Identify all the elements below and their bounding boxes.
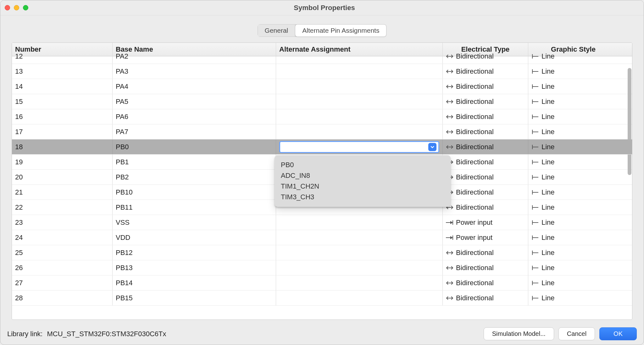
table-row[interactable]: 26PB13BidirectionalLine bbox=[12, 260, 632, 275]
ok-button[interactable]: OK bbox=[599, 327, 637, 340]
cell-number[interactable]: 24 bbox=[12, 230, 113, 245]
cell-alternate[interactable] bbox=[276, 49, 443, 64]
cell-graphic-style[interactable]: Line bbox=[528, 291, 618, 305]
close-window-button[interactable] bbox=[5, 5, 10, 10]
cell-base-name[interactable]: PB0 bbox=[113, 139, 276, 154]
cell-electrical-type[interactable]: Bidirectional bbox=[443, 291, 528, 305]
dropdown-item[interactable]: PB0 bbox=[280, 160, 445, 170]
dropdown-item[interactable]: ADC_IN8 bbox=[280, 170, 445, 181]
cell-number[interactable]: 28 bbox=[12, 291, 113, 305]
dropdown-item[interactable]: TIM3_CH3 bbox=[280, 192, 445, 202]
cell-base-name[interactable]: PB11 bbox=[113, 200, 276, 215]
table-row[interactable]: 24VDDPower inputLine bbox=[12, 230, 632, 245]
cell-base-name[interactable]: PB1 bbox=[113, 155, 276, 169]
cell-alternate[interactable] bbox=[276, 109, 443, 124]
cell-graphic-style[interactable]: Line bbox=[528, 79, 618, 94]
cell-alternate[interactable] bbox=[276, 230, 443, 245]
cell-base-name[interactable]: VDD bbox=[113, 230, 276, 245]
cell-electrical-type[interactable]: Bidirectional bbox=[443, 139, 528, 154]
cell-electrical-type[interactable]: Power input bbox=[443, 230, 528, 245]
table-row[interactable]: 14PA4BidirectionalLine bbox=[12, 79, 632, 94]
alternate-dropdown[interactable]: PB0ADC_IN8TIM1_CH2NTIM3_CH3 bbox=[275, 155, 451, 207]
tab-general[interactable]: General bbox=[258, 25, 296, 37]
alternate-combo[interactable]: PB0ADC_IN8TIM1_CH2NTIM3_CH3 bbox=[279, 141, 439, 153]
cell-number[interactable]: 27 bbox=[12, 275, 113, 290]
cell-alternate[interactable] bbox=[276, 245, 443, 260]
cell-number[interactable]: 18 bbox=[12, 139, 113, 154]
table-row[interactable]: 25PB12BidirectionalLine bbox=[12, 245, 632, 260]
cell-electrical-type[interactable]: Bidirectional bbox=[443, 94, 528, 109]
cell-number[interactable]: 26 bbox=[12, 260, 113, 275]
cell-alternate[interactable] bbox=[276, 64, 443, 79]
cell-number[interactable]: 22 bbox=[12, 200, 113, 215]
cell-base-name[interactable]: PB12 bbox=[113, 245, 276, 260]
cell-base-name[interactable]: PB13 bbox=[113, 260, 276, 275]
cell-number[interactable]: 16 bbox=[12, 109, 113, 124]
cell-graphic-style[interactable]: Line bbox=[528, 155, 618, 169]
cell-base-name[interactable]: PA4 bbox=[113, 79, 276, 94]
cell-alternate[interactable] bbox=[276, 291, 443, 305]
cell-alternate[interactable] bbox=[276, 79, 443, 94]
cell-electrical-type[interactable]: Bidirectional bbox=[443, 275, 528, 290]
cell-graphic-style[interactable]: Line bbox=[528, 230, 618, 245]
cell-electrical-type[interactable]: Bidirectional bbox=[443, 49, 528, 64]
table-row[interactable]: 18PB0PB0ADC_IN8TIM1_CH2NTIM3_CH3Bidirect… bbox=[12, 139, 632, 155]
cell-graphic-style[interactable]: Line bbox=[528, 170, 618, 184]
tab-alternate-pin-assignments[interactable]: Alternate Pin Assignments bbox=[295, 24, 386, 37]
cell-base-name[interactable]: PA7 bbox=[113, 124, 276, 139]
cell-electrical-type[interactable]: Bidirectional bbox=[443, 185, 528, 200]
cell-graphic-style[interactable]: Line bbox=[528, 109, 618, 124]
cell-electrical-type[interactable]: Bidirectional bbox=[443, 170, 528, 184]
cell-base-name[interactable]: PB15 bbox=[113, 291, 276, 305]
cell-electrical-type[interactable]: Bidirectional bbox=[443, 124, 528, 139]
cell-number[interactable]: 12 bbox=[12, 49, 113, 64]
vertical-scrollbar[interactable] bbox=[628, 68, 631, 175]
cell-base-name[interactable]: PA6 bbox=[113, 109, 276, 124]
cell-alternate[interactable] bbox=[276, 94, 443, 109]
cell-electrical-type[interactable]: Power input bbox=[443, 215, 528, 230]
table-row[interactable]: 16PA6BidirectionalLine bbox=[12, 109, 632, 124]
cell-electrical-type[interactable]: Bidirectional bbox=[443, 155, 528, 169]
cell-number[interactable]: 15 bbox=[12, 94, 113, 109]
cell-base-name[interactable]: PB10 bbox=[113, 185, 276, 200]
dropdown-item[interactable]: TIM1_CH2N bbox=[280, 181, 445, 192]
cell-number[interactable]: 17 bbox=[12, 124, 113, 139]
cell-graphic-style[interactable]: Line bbox=[528, 94, 618, 109]
cell-number[interactable]: 21 bbox=[12, 185, 113, 200]
table-row[interactable]: 12PA2BidirectionalLine bbox=[12, 49, 632, 64]
minimize-window-button[interactable] bbox=[14, 5, 19, 10]
cell-number[interactable]: 19 bbox=[12, 155, 113, 169]
cell-electrical-type[interactable]: Bidirectional bbox=[443, 260, 528, 275]
cell-number[interactable]: 14 bbox=[12, 79, 113, 94]
chevron-down-icon[interactable] bbox=[428, 143, 436, 151]
cell-electrical-type[interactable]: Bidirectional bbox=[443, 109, 528, 124]
cell-graphic-style[interactable]: Line bbox=[528, 215, 618, 230]
cell-graphic-style[interactable]: Line bbox=[528, 49, 618, 64]
table-row[interactable]: 17PA7BidirectionalLine bbox=[12, 124, 632, 139]
cell-graphic-style[interactable]: Line bbox=[528, 124, 618, 139]
cell-number[interactable]: 20 bbox=[12, 170, 113, 184]
cell-electrical-type[interactable]: Bidirectional bbox=[443, 64, 528, 79]
cell-graphic-style[interactable]: Line bbox=[528, 275, 618, 290]
table-row[interactable]: 15PA5BidirectionalLine bbox=[12, 94, 632, 109]
cell-number[interactable]: 23 bbox=[12, 215, 113, 230]
cell-number[interactable]: 13 bbox=[12, 64, 113, 79]
simulation-model-button[interactable]: Simulation Model... bbox=[484, 327, 554, 340]
table-row[interactable]: 13PA3BidirectionalLine bbox=[12, 64, 632, 79]
cell-graphic-style[interactable]: Line bbox=[528, 139, 618, 154]
cell-base-name[interactable]: VSS bbox=[113, 215, 276, 230]
alternate-combo-input[interactable] bbox=[283, 143, 428, 150]
cell-alternate[interactable] bbox=[276, 275, 443, 290]
cell-base-name[interactable]: PB2 bbox=[113, 170, 276, 184]
cell-alternate[interactable]: PB0ADC_IN8TIM1_CH2NTIM3_CH3 bbox=[276, 139, 443, 154]
cell-base-name[interactable]: PA3 bbox=[113, 64, 276, 79]
cell-graphic-style[interactable]: Line bbox=[528, 185, 618, 200]
cell-base-name[interactable]: PA5 bbox=[113, 94, 276, 109]
table-row[interactable]: 23VSSPower inputLine bbox=[12, 215, 632, 230]
cell-electrical-type[interactable]: Bidirectional bbox=[443, 79, 528, 94]
zoom-window-button[interactable] bbox=[23, 5, 28, 10]
table-row[interactable]: 28PB15BidirectionalLine bbox=[12, 291, 632, 306]
table-body[interactable]: 12PA2BidirectionalLine13PA3Bidirectional… bbox=[12, 49, 632, 320]
cell-number[interactable]: 25 bbox=[12, 245, 113, 260]
table-row[interactable]: 27PB14BidirectionalLine bbox=[12, 275, 632, 291]
